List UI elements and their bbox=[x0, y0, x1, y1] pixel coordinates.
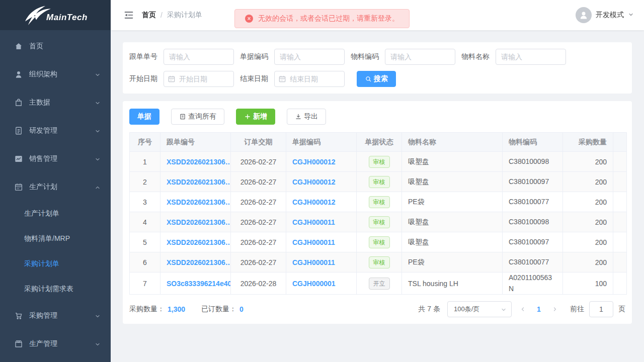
date-input[interactable] bbox=[274, 71, 345, 87]
cell-material-code: A0201100563N bbox=[503, 273, 563, 295]
filter-field-结束日期: 结束日期 bbox=[240, 71, 351, 87]
filter-field-跟单单号: 跟单单号 bbox=[129, 49, 240, 65]
add-button[interactable]: 新增 bbox=[236, 109, 275, 125]
text-input[interactable] bbox=[385, 49, 455, 65]
sidebar-fold-icon[interactable] bbox=[124, 10, 134, 20]
doc-no-link[interactable]: CGJH000012 bbox=[292, 198, 356, 206]
order-no-link[interactable]: XSDD2026021306… bbox=[167, 178, 230, 186]
doc-no-link[interactable]: CGJH000011 bbox=[292, 258, 356, 266]
cell-empty bbox=[613, 212, 627, 232]
doc-no-link[interactable]: CGJH000011 bbox=[292, 238, 356, 246]
status-badge: 开立 bbox=[369, 278, 390, 290]
cell-empty bbox=[613, 252, 627, 273]
text-input[interactable] bbox=[164, 49, 234, 65]
text-input[interactable] bbox=[496, 49, 566, 65]
user-icon bbox=[14, 70, 23, 79]
order-no-link[interactable]: XSDD2026021306… bbox=[167, 218, 230, 226]
order-no-link[interactable]: XSDD2026021306… bbox=[167, 198, 230, 206]
docs-button[interactable]: 单据 bbox=[129, 109, 159, 125]
error-icon bbox=[245, 15, 253, 23]
sidebar-item-sales[interactable]: 销售管理 bbox=[0, 145, 111, 173]
text-input[interactable] bbox=[274, 49, 345, 65]
plus-icon bbox=[244, 113, 251, 120]
sidebar-item-production-plan[interactable]: 生产计划 bbox=[0, 173, 111, 201]
cell-index: 4 bbox=[130, 212, 160, 232]
table-row: 2XSDD2026021306…2026-02-27CGJH000012审核吸塑… bbox=[130, 172, 627, 192]
export-button[interactable]: 导出 bbox=[287, 109, 326, 125]
order-no-link[interactable]: XSDD2026021306… bbox=[167, 158, 230, 166]
page-size-value: 100条/页 bbox=[454, 305, 479, 314]
cell-material-name: PE袋 bbox=[402, 252, 503, 273]
cell-doc-no: CGJH000011 bbox=[286, 212, 357, 232]
chevron-down-icon bbox=[95, 341, 101, 347]
cell-status: 审核 bbox=[357, 252, 402, 273]
breadcrumb-separator: / bbox=[160, 11, 163, 19]
cell-material-name: 吸塑盘 bbox=[402, 212, 503, 232]
page-number[interactable]: 1 bbox=[534, 305, 544, 313]
status-badge: 审核 bbox=[369, 196, 390, 208]
goto-page-input[interactable] bbox=[589, 301, 613, 317]
sidebar-subitem-bom-mrp[interactable]: 物料清单/MRP bbox=[0, 226, 111, 251]
cell-material-name: 吸塑盘 bbox=[402, 172, 503, 192]
sidebar-item-master-data[interactable]: 主数据 bbox=[0, 88, 111, 117]
order-no-link[interactable]: XSDD2026021306… bbox=[167, 238, 230, 246]
export-button-label: 导出 bbox=[304, 112, 318, 121]
breadcrumb-home[interactable]: 首页 bbox=[142, 11, 156, 20]
sidebar-item-purchase[interactable]: 采购管理 bbox=[0, 302, 111, 330]
sidebar-subitem-production-plan-order[interactable]: 生产计划单 bbox=[0, 201, 111, 226]
chevron-down-icon bbox=[95, 100, 101, 106]
summary: 采购数量： 1,300 已订数量： 0 bbox=[129, 305, 257, 314]
sidebar-item-rd[interactable]: 研发管理 bbox=[0, 117, 111, 145]
column-header-序号: 序号 bbox=[130, 133, 160, 152]
session-error-toast: 无效的会话，或者会话已过期，请重新登录。 bbox=[234, 9, 410, 28]
order-no-link[interactable]: SO3c833396214e40 bbox=[167, 280, 230, 288]
cell-material-name: TSL housing LH bbox=[402, 273, 503, 295]
cell-material-code: C380100077 bbox=[503, 192, 563, 212]
doc-no-link[interactable]: CGJH000001 bbox=[292, 280, 356, 288]
user-menu[interactable]: 开发模式 bbox=[576, 7, 634, 23]
status-badge: 审核 bbox=[369, 236, 390, 248]
document-icon bbox=[179, 113, 186, 120]
table-row: 3XSDD2026021306…2026-02-27CGJH000012审核PE… bbox=[130, 192, 627, 212]
ordered-qty-value: 0 bbox=[239, 305, 244, 313]
chart-icon bbox=[14, 154, 23, 163]
search-button[interactable]: 搜索 bbox=[357, 71, 396, 87]
goto-page-suffix: 页 bbox=[618, 305, 625, 314]
cell-index: 3 bbox=[130, 192, 160, 212]
box-icon bbox=[14, 339, 23, 348]
query-all-button[interactable]: 查询所有 bbox=[171, 109, 224, 125]
order-no-link[interactable]: XSDD2026021306… bbox=[167, 258, 230, 266]
cell-status: 开立 bbox=[357, 273, 402, 295]
next-page-button[interactable] bbox=[549, 301, 561, 317]
cell-delivery-date: 2026-02-27 bbox=[231, 192, 286, 212]
docs-button-label: 单据 bbox=[137, 112, 151, 121]
cell-qty: 200 bbox=[563, 172, 613, 192]
purchase-qty-value: 1,300 bbox=[168, 305, 185, 313]
sidebar-subitem-purchase-plan-demand[interactable]: 采购计划需求表 bbox=[0, 277, 111, 302]
prev-page-button[interactable] bbox=[517, 301, 529, 317]
sidebar-item-org[interactable]: 组织架构 bbox=[0, 60, 111, 88]
sidebar-item-production[interactable]: 生产管理 bbox=[0, 330, 111, 358]
column-header-物料名称: 物料名称 bbox=[402, 133, 503, 152]
chevron-right-icon bbox=[552, 306, 558, 312]
cell-qty: 200 bbox=[563, 192, 613, 212]
cell-delivery-date: 2026-02-27 bbox=[231, 152, 286, 172]
doc-no-link[interactable]: CGJH000012 bbox=[292, 178, 356, 186]
filter-label: 物料名称 bbox=[461, 52, 495, 61]
sidebar: MainTech 首页组织架构主数据研发管理销售管理生产计划生产计划单物料清单/… bbox=[0, 0, 111, 362]
cell-delivery-date: 2026-02-27 bbox=[231, 252, 286, 273]
home-icon bbox=[14, 42, 23, 51]
date-input[interactable] bbox=[164, 71, 234, 87]
sidebar-subitem-purchase-plan-order[interactable]: 采购计划单 bbox=[0, 251, 111, 277]
chevron-down-icon bbox=[95, 71, 101, 77]
user-mode-label: 开发模式 bbox=[596, 11, 624, 20]
cell-order-no: SO3c833396214e40 bbox=[160, 273, 231, 295]
cell-status: 审核 bbox=[357, 232, 402, 252]
column-header-物料编码: 物料编码 bbox=[503, 133, 563, 152]
page-size-select[interactable]: 100条/页 bbox=[447, 301, 512, 317]
doc-no-link[interactable]: CGJH000012 bbox=[292, 158, 356, 166]
filter-field-开始日期: 开始日期 bbox=[129, 71, 240, 87]
doc-no-link[interactable]: CGJH000011 bbox=[292, 218, 356, 226]
sidebar-item-home[interactable]: 首页 bbox=[0, 32, 111, 60]
cell-order-no: XSDD2026021306… bbox=[160, 172, 231, 192]
